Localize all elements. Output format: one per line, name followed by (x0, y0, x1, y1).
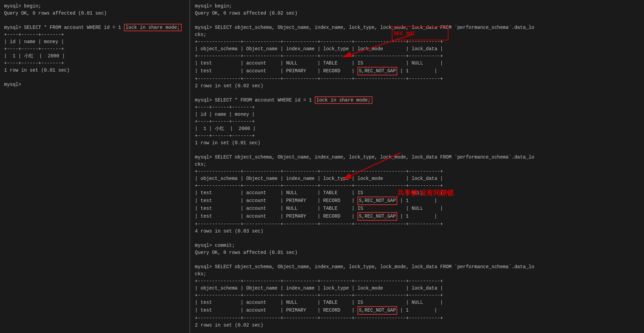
right-block1: mysql> begin; Query OK, 0 rows affected … (195, 3, 640, 333)
rec-not-gap-cell-3: S,REC_NOT_GAP (357, 212, 397, 221)
rec-not-gap-cell-1: S,REC_NOT_GAP (357, 67, 397, 75)
left-lock-highlight: lock in share mode; (124, 24, 182, 31)
right-wrapper: mysql> begin; Query OK, 0 rows affected … (190, 0, 644, 333)
left-terminal: mysql> begin; Query OK, 0 rows affected … (0, 0, 190, 333)
rec-not-gap-cell-2: S,REC_NOT_GAP (357, 197, 397, 205)
rec-not-gap-cell-4: S,REC_NOT_GAP (357, 306, 397, 315)
left-content: mysql> begin; Query OK, 0 rows affected … (4, 3, 185, 88)
right-terminal: mysql> begin; Query OK, 0 rows affected … (190, 0, 644, 333)
right-lock-highlight: lock in share mode; (315, 96, 372, 104)
